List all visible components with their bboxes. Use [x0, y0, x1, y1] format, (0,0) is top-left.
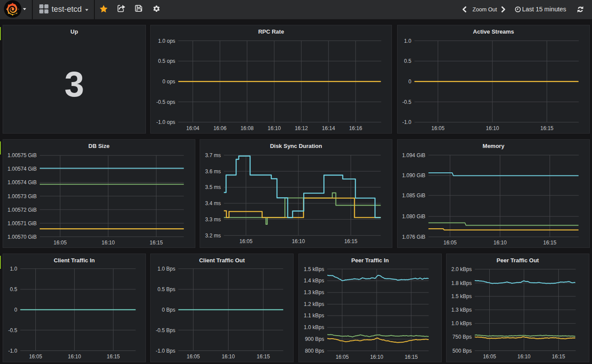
svg-text:1.4 kBps: 1.4 kBps	[304, 278, 324, 284]
svg-text:1.080 GiB: 1.080 GiB	[402, 213, 425, 220]
svg-text:16:06: 16:06	[213, 125, 226, 131]
svg-text:0 ops: 0 ops	[163, 79, 175, 85]
svg-text:16:15: 16:15	[543, 240, 556, 246]
svg-text:1.0 Bps: 1.0 Bps	[157, 266, 175, 272]
svg-text:16:15: 16:15	[257, 354, 270, 360]
svg-text:16:10: 16:10	[102, 240, 115, 246]
svg-text:16:10: 16:10	[486, 125, 499, 131]
svg-text:16:05: 16:05	[239, 238, 253, 244]
svg-text:3.2 ms: 3.2 ms	[205, 233, 221, 239]
svg-text:1.00574 GiB: 1.00574 GiB	[7, 166, 37, 172]
svg-text:1.094 GiB: 1.094 GiB	[402, 152, 425, 158]
svg-text:1.085 GiB: 1.085 GiB	[402, 192, 425, 199]
svg-text:1.2 kBps: 1.2 kBps	[304, 301, 324, 307]
svg-text:1.090 GiB: 1.090 GiB	[402, 172, 425, 179]
svg-text:-0.5 ops: -0.5 ops	[156, 99, 175, 105]
svg-text:3.5 ms: 3.5 ms	[205, 184, 221, 190]
svg-text:16:10: 16:10	[494, 240, 507, 246]
svg-text:1.5 kBps: 1.5 kBps	[304, 266, 324, 272]
svg-text:0.5: 0.5	[10, 286, 17, 292]
svg-text:1.00574 GiB: 1.00574 GiB	[7, 179, 37, 185]
svg-text:16:05: 16:05	[431, 125, 444, 131]
svg-text:3.7 ms: 3.7 ms	[205, 152, 221, 158]
svg-text:16:12: 16:12	[295, 125, 308, 131]
svg-text:16:05: 16:05	[443, 240, 457, 246]
svg-text:1.076 GiB: 1.076 GiB	[402, 234, 425, 240]
svg-text:1.0 kBps: 1.0 kBps	[451, 320, 472, 326]
svg-text:0.5 Bps: 0.5 Bps	[157, 286, 175, 292]
svg-text:1.0 kBps: 1.0 kBps	[304, 324, 324, 330]
svg-text:16:04: 16:04	[186, 125, 199, 131]
svg-text:-1.0 Bps: -1.0 Bps	[156, 348, 175, 354]
svg-text:1.3 kBps: 1.3 kBps	[451, 307, 472, 313]
svg-text:1.8 kBps: 1.8 kBps	[451, 280, 472, 286]
svg-text:16:15: 16:15	[552, 354, 565, 360]
svg-text:1.00573 GiB: 1.00573 GiB	[7, 193, 37, 199]
svg-text:0: 0	[409, 79, 412, 85]
svg-text:16:10: 16:10	[222, 354, 235, 360]
svg-text:test-etcd: test-etcd	[52, 5, 82, 14]
svg-text:0: 0	[14, 307, 17, 313]
svg-text:1.0: 1.0	[10, 266, 17, 272]
svg-text:16:05: 16:05	[483, 354, 496, 360]
svg-text:800 Bps: 800 Bps	[305, 348, 324, 354]
svg-text:-1.0: -1.0	[402, 119, 412, 125]
svg-text:1.00572 GiB: 1.00572 GiB	[7, 207, 37, 213]
svg-text:-1.0: -1.0	[8, 348, 17, 354]
svg-text:1.5 kBps: 1.5 kBps	[451, 293, 472, 299]
svg-text:16:15: 16:15	[150, 240, 163, 246]
svg-text:2.0 kBps: 2.0 kBps	[451, 266, 472, 272]
svg-text:16:15: 16:15	[540, 125, 554, 131]
svg-text:16:05: 16:05	[29, 354, 42, 360]
svg-text:16:15: 16:15	[344, 238, 357, 244]
svg-text:0.5: 0.5	[404, 58, 412, 64]
svg-text:Zoom Out: Zoom Out	[473, 7, 497, 13]
svg-text:1.0 ops: 1.0 ops	[158, 38, 175, 44]
svg-text:-0.5: -0.5	[8, 327, 17, 333]
svg-text:16:15: 16:15	[107, 354, 120, 360]
svg-text:1.0: 1.0	[404, 38, 412, 44]
svg-text:Last 15 minutes: Last 15 minutes	[522, 6, 566, 13]
svg-text:-1.0 ops: -1.0 ops	[156, 119, 175, 125]
svg-text:0.5 ops: 0.5 ops	[158, 58, 175, 64]
svg-text:16:10: 16:10	[268, 125, 281, 131]
svg-text:900 Bps: 900 Bps	[305, 336, 324, 342]
svg-text:1.3 kBps: 1.3 kBps	[304, 289, 324, 295]
svg-text:16:05: 16:05	[336, 354, 349, 360]
svg-text:750 Bps: 750 Bps	[453, 334, 472, 340]
svg-text:3.4 ms: 3.4 ms	[205, 200, 221, 206]
svg-text:16:15: 16:15	[405, 354, 418, 360]
svg-text:1.00570 GiB: 1.00570 GiB	[7, 234, 37, 240]
svg-text:3.6 ms: 3.6 ms	[205, 168, 221, 175]
svg-text:3.3 ms: 3.3 ms	[205, 216, 221, 223]
svg-text:-0.5: -0.5	[402, 99, 412, 105]
svg-text:16:16: 16:16	[349, 125, 362, 131]
svg-text:16:05: 16:05	[187, 354, 200, 360]
svg-text:1.00571 GiB: 1.00571 GiB	[7, 220, 37, 227]
svg-text:-0.5 Bps: -0.5 Bps	[156, 327, 175, 333]
svg-text:16:08: 16:08	[240, 125, 253, 131]
svg-text:16:10: 16:10	[292, 238, 305, 244]
svg-text:16:05: 16:05	[54, 240, 67, 246]
svg-text:1.00575 GiB: 1.00575 GiB	[7, 152, 37, 158]
svg-text:0 Bps: 0 Bps	[162, 307, 175, 313]
svg-text:16:10: 16:10	[68, 354, 81, 360]
svg-text:16:10: 16:10	[517, 354, 530, 360]
svg-text:1.1 kBps: 1.1 kBps	[304, 312, 324, 319]
svg-text:500 Bps: 500 Bps	[453, 348, 472, 354]
svg-text:16:10: 16:10	[370, 354, 383, 360]
svg-text:16:14: 16:14	[322, 125, 335, 131]
